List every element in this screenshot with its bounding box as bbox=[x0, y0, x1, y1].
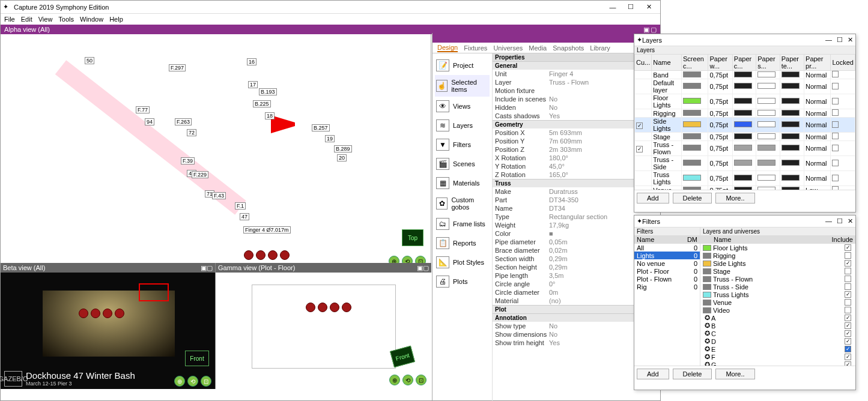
col-header[interactable]: Screen c... bbox=[682, 55, 708, 71]
view-settings-icon[interactable]: ▣ bbox=[417, 264, 423, 271]
paper-text-swatch[interactable] bbox=[782, 98, 800, 104]
col-header[interactable]: Cu... bbox=[635, 55, 652, 71]
nav-layers[interactable]: ≋Layers bbox=[435, 116, 490, 135]
plot-label[interactable]: 18 bbox=[265, 112, 275, 119]
paper-text-swatch[interactable] bbox=[782, 160, 800, 166]
filter-layer-row[interactable]: ✪C✓ bbox=[700, 330, 855, 337]
filter-layer-row[interactable]: Truss - Flown bbox=[700, 275, 855, 283]
filter-layer-row[interactable]: Video bbox=[700, 306, 855, 314]
add-button[interactable]: Add bbox=[637, 369, 669, 379]
paper-weight[interactable]: 0,75pt bbox=[708, 94, 732, 109]
paper-color-swatch[interactable] bbox=[734, 133, 752, 139]
include-checkbox[interactable]: ✓ bbox=[845, 315, 851, 321]
paper-weight[interactable]: 0,75pt bbox=[708, 109, 732, 118]
plot-label[interactable]: 20 bbox=[337, 154, 347, 161]
minimize-button[interactable]: — bbox=[825, 36, 832, 44]
screen-color-swatch[interactable] bbox=[683, 175, 701, 181]
close-button[interactable]: ✕ bbox=[640, 1, 658, 13]
maximize-button[interactable]: ☐ bbox=[622, 1, 640, 13]
filter-layer-row[interactable]: ✪E✓ bbox=[700, 345, 855, 353]
nav-plot-styles[interactable]: 📐Plot Styles bbox=[435, 253, 490, 272]
locked-checkbox[interactable] bbox=[832, 83, 839, 89]
view-settings-icon[interactable]: ▣ bbox=[643, 26, 649, 33]
screen-color-swatch[interactable] bbox=[683, 110, 701, 116]
include-checkbox[interactable]: ✓ bbox=[845, 244, 851, 251]
paper-priority[interactable]: Normal bbox=[804, 79, 831, 94]
layer-row[interactable]: Rigging0,75ptNormal bbox=[635, 109, 855, 118]
nav-frame-lists[interactable]: 🗂Frame lists bbox=[435, 214, 490, 234]
paper-color-swatch[interactable] bbox=[734, 110, 752, 116]
view-max-icon[interactable]: ▢ bbox=[651, 26, 657, 33]
close-button[interactable]: ✕ bbox=[848, 36, 853, 44]
paper-weight[interactable]: 0,75pt bbox=[708, 133, 732, 141]
nav-plots[interactable]: 🖨Plots bbox=[435, 272, 490, 291]
filter-row[interactable]: All0 bbox=[634, 244, 700, 252]
filter-layer-row[interactable]: ✪B✓ bbox=[700, 322, 855, 330]
include-checkbox[interactable] bbox=[845, 276, 851, 282]
col-header[interactable]: Paper s... bbox=[756, 55, 780, 71]
viewport-tool[interactable] bbox=[79, 309, 88, 318]
col-header[interactable]: Name bbox=[652, 55, 682, 71]
screen-color-swatch[interactable] bbox=[683, 160, 701, 166]
filter-layer-row[interactable]: ✪G✓ bbox=[700, 361, 855, 366]
tab-media[interactable]: Media bbox=[529, 44, 547, 52]
plot-label[interactable]: F.39 bbox=[181, 157, 195, 164]
plot-label[interactable]: F.263 bbox=[175, 118, 192, 125]
paper-color-swatch[interactable] bbox=[734, 121, 752, 127]
close-button[interactable]: ✕ bbox=[848, 217, 853, 225]
viewport-tool[interactable] bbox=[256, 250, 266, 260]
viewport-tool[interactable] bbox=[268, 250, 278, 260]
include-checkbox[interactable]: ✓ bbox=[845, 260, 851, 267]
paper-color-swatch[interactable] bbox=[734, 71, 752, 77]
filter-row[interactable]: Plot - Floor0 bbox=[634, 267, 700, 275]
include-checkbox[interactable]: ✓ bbox=[845, 330, 851, 337]
plot-label[interactable]: 94 bbox=[145, 118, 154, 125]
plot-label[interactable]: 19 bbox=[325, 135, 335, 142]
delete-button[interactable]: Delete bbox=[673, 369, 712, 379]
viewport-tool[interactable] bbox=[91, 309, 100, 318]
paper-stroke-swatch[interactable] bbox=[757, 187, 775, 190]
gamma-viewport[interactable]: Gamma view (Plot - Floor) ▣▢ Front ⊕ ⟲ ⊡ bbox=[216, 263, 431, 389]
filter-layer-row[interactable]: Stage bbox=[700, 267, 855, 275]
locked-checkbox[interactable] bbox=[832, 175, 839, 181]
locked-checkbox[interactable] bbox=[832, 145, 839, 151]
paper-stroke-swatch[interactable] bbox=[757, 145, 775, 151]
viewport-tool[interactable] bbox=[318, 303, 327, 312]
plot-label[interactable]: F.229 bbox=[192, 171, 208, 178]
filter-row[interactable]: Plot - Flown0 bbox=[634, 275, 700, 283]
screen-color-swatch[interactable] bbox=[683, 145, 701, 151]
filter-layer-row[interactable]: Truss Lights✓ bbox=[700, 291, 855, 298]
include-checkbox[interactable]: ✓ bbox=[845, 354, 851, 360]
screen-color-swatch[interactable] bbox=[683, 121, 701, 127]
screen-color-swatch[interactable] bbox=[683, 83, 701, 89]
view-orientation-badge[interactable]: Front bbox=[185, 351, 209, 366]
paper-priority[interactable]: Normal bbox=[804, 156, 831, 171]
filter-layer-row[interactable]: ✪F✓ bbox=[700, 353, 855, 361]
plot-label[interactable]: F.77 bbox=[136, 106, 150, 113]
tab-library[interactable]: Library bbox=[590, 44, 610, 52]
plot-label[interactable]: 72 bbox=[187, 129, 196, 136]
filter-row[interactable]: Rig0 bbox=[634, 283, 700, 291]
view-settings-icon[interactable]: ▣ bbox=[201, 264, 207, 271]
layer-row[interactable]: Truss - Side0,75ptNormal bbox=[635, 156, 855, 171]
screen-color-swatch[interactable] bbox=[683, 133, 701, 139]
nav-selected-items[interactable]: ☝Selected items bbox=[435, 75, 490, 97]
menu-window[interactable]: Window bbox=[80, 16, 103, 23]
paper-text-swatch[interactable] bbox=[782, 71, 800, 77]
paper-stroke-swatch[interactable] bbox=[757, 71, 775, 77]
paper-text-swatch[interactable] bbox=[782, 83, 800, 89]
plot-label[interactable]: B.257 bbox=[312, 124, 330, 131]
include-checkbox[interactable] bbox=[845, 283, 851, 290]
paper-color-swatch[interactable] bbox=[734, 187, 752, 190]
viewport-tool[interactable] bbox=[103, 309, 112, 318]
menu-file[interactable]: File bbox=[4, 16, 15, 23]
col-header[interactable]: Locked bbox=[831, 55, 855, 71]
filters-list[interactable]: Filters NameDM All0Lights0No venue0Plot … bbox=[634, 228, 700, 366]
layer-row[interactable]: ✓Side Lights0,75ptNormal bbox=[635, 118, 855, 133]
layer-row[interactable]: Band0,75ptNormal bbox=[635, 71, 855, 79]
maximize-button[interactable]: ☐ bbox=[837, 36, 843, 44]
filter-row[interactable]: Lights0 bbox=[634, 252, 700, 259]
beta-viewport[interactable]: Beta view (All) ▣▢ Front GAZEB/O bbox=[1, 263, 216, 389]
nav-tool[interactable]: ⊕ bbox=[389, 375, 400, 385]
paper-color-swatch[interactable] bbox=[734, 160, 752, 166]
